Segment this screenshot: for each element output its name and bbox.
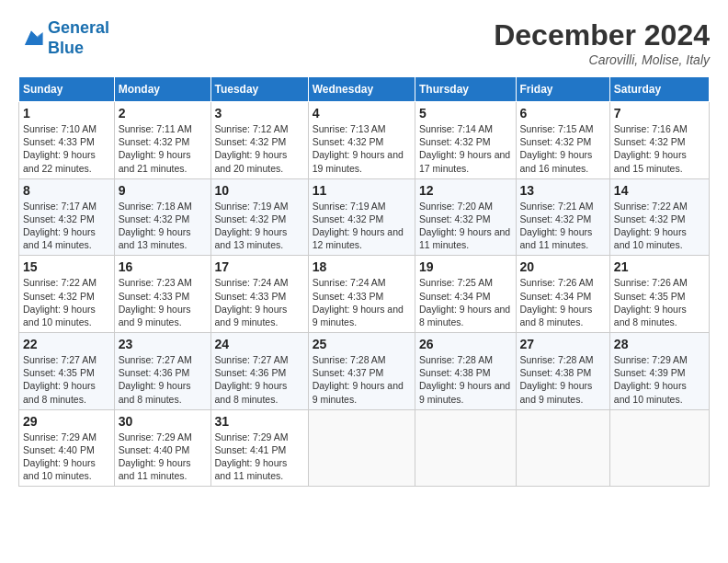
day-info: Sunrise: 7:12 AM Sunset: 4:32 PM Dayligh… bbox=[215, 122, 304, 175]
day-cell bbox=[308, 409, 415, 487]
day-number: 16 bbox=[119, 259, 207, 274]
day-info: Sunrise: 7:18 AM Sunset: 4:32 PM Dayligh… bbox=[119, 200, 207, 252]
day-number: 25 bbox=[313, 337, 411, 351]
day-number: 2 bbox=[119, 106, 207, 121]
day-info: Sunrise: 7:19 AM Sunset: 4:32 PM Dayligh… bbox=[313, 200, 411, 252]
day-cell: 2 Sunrise: 7:11 AM Sunset: 4:32 PM Dayli… bbox=[114, 102, 210, 179]
logo: General Blue bbox=[18, 18, 109, 58]
day-cell: 19 Sunrise: 7:25 AM Sunset: 4:34 PM Dayl… bbox=[415, 256, 516, 333]
day-cell: 17 Sunrise: 7:24 AM Sunset: 4:33 PM Dayl… bbox=[210, 256, 308, 333]
day-number: 5 bbox=[419, 106, 512, 121]
day-number: 26 bbox=[419, 337, 512, 351]
day-number: 23 bbox=[119, 337, 207, 351]
day-cell: 12 Sunrise: 7:20 AM Sunset: 4:32 PM Dayl… bbox=[415, 178, 516, 256]
day-number: 10 bbox=[215, 183, 304, 198]
day-cell: 27 Sunrise: 7:28 AM Sunset: 4:38 PM Dayl… bbox=[516, 333, 609, 410]
calendar-body: 1 Sunrise: 7:10 AM Sunset: 4:33 PM Dayli… bbox=[19, 102, 710, 487]
day-cell: 24 Sunrise: 7:27 AM Sunset: 4:36 PM Dayl… bbox=[210, 333, 308, 410]
day-number: 3 bbox=[215, 106, 304, 121]
day-info: Sunrise: 7:10 AM Sunset: 4:33 PM Dayligh… bbox=[23, 122, 110, 175]
day-info: Sunrise: 7:28 AM Sunset: 4:38 PM Dayligh… bbox=[520, 353, 606, 406]
header-row: SundayMondayTuesdayWednesdayThursdayFrid… bbox=[19, 77, 710, 102]
day-number: 15 bbox=[23, 259, 110, 274]
day-info: Sunrise: 7:15 AM Sunset: 4:32 PM Dayligh… bbox=[520, 122, 606, 175]
day-cell bbox=[609, 409, 709, 487]
day-number: 14 bbox=[614, 183, 705, 198]
day-cell bbox=[415, 409, 516, 487]
day-cell: 4 Sunrise: 7:13 AM Sunset: 4:32 PM Dayli… bbox=[308, 102, 415, 179]
day-number: 9 bbox=[119, 183, 207, 198]
day-cell: 20 Sunrise: 7:26 AM Sunset: 4:34 PM Dayl… bbox=[516, 256, 609, 333]
day-number: 20 bbox=[520, 259, 606, 274]
day-cell: 1 Sunrise: 7:10 AM Sunset: 4:33 PM Dayli… bbox=[19, 102, 115, 179]
day-number: 30 bbox=[119, 414, 207, 429]
week-row-3: 15 Sunrise: 7:22 AM Sunset: 4:32 PM Dayl… bbox=[19, 256, 710, 333]
day-cell: 10 Sunrise: 7:19 AM Sunset: 4:32 PM Dayl… bbox=[210, 178, 308, 256]
logo-line2: Blue bbox=[48, 39, 84, 57]
day-info: Sunrise: 7:19 AM Sunset: 4:32 PM Dayligh… bbox=[215, 200, 304, 252]
day-cell: 11 Sunrise: 7:19 AM Sunset: 4:32 PM Dayl… bbox=[308, 178, 415, 256]
logo-line1: General bbox=[48, 18, 109, 37]
day-info: Sunrise: 7:17 AM Sunset: 4:32 PM Dayligh… bbox=[23, 200, 110, 252]
day-number: 21 bbox=[614, 259, 705, 274]
location: Carovilli, Molise, Italy bbox=[494, 52, 710, 67]
day-info: Sunrise: 7:11 AM Sunset: 4:32 PM Dayligh… bbox=[119, 122, 207, 175]
day-info: Sunrise: 7:13 AM Sunset: 4:32 PM Dayligh… bbox=[313, 122, 411, 175]
day-cell: 23 Sunrise: 7:27 AM Sunset: 4:36 PM Dayl… bbox=[114, 333, 210, 410]
day-cell: 21 Sunrise: 7:26 AM Sunset: 4:35 PM Dayl… bbox=[609, 256, 709, 333]
day-cell: 16 Sunrise: 7:23 AM Sunset: 4:33 PM Dayl… bbox=[114, 256, 210, 333]
day-cell: 9 Sunrise: 7:18 AM Sunset: 4:32 PM Dayli… bbox=[114, 178, 210, 256]
logo-icon bbox=[18, 26, 44, 52]
day-info: Sunrise: 7:14 AM Sunset: 4:32 PM Dayligh… bbox=[419, 122, 512, 175]
header-cell-tuesday: Tuesday bbox=[210, 77, 308, 102]
day-info: Sunrise: 7:24 AM Sunset: 4:33 PM Dayligh… bbox=[215, 276, 304, 328]
week-row-5: 29 Sunrise: 7:29 AM Sunset: 4:40 PM Dayl… bbox=[19, 409, 710, 487]
day-info: Sunrise: 7:27 AM Sunset: 4:36 PM Dayligh… bbox=[215, 353, 304, 406]
day-info: Sunrise: 7:23 AM Sunset: 4:33 PM Dayligh… bbox=[119, 276, 207, 328]
day-cell: 3 Sunrise: 7:12 AM Sunset: 4:32 PM Dayli… bbox=[210, 102, 308, 179]
day-cell: 13 Sunrise: 7:21 AM Sunset: 4:32 PM Dayl… bbox=[516, 178, 609, 256]
week-row-4: 22 Sunrise: 7:27 AM Sunset: 4:35 PM Dayl… bbox=[19, 333, 710, 410]
day-cell: 18 Sunrise: 7:24 AM Sunset: 4:33 PM Dayl… bbox=[308, 256, 415, 333]
day-number: 22 bbox=[23, 337, 110, 351]
month-title: December 2024 bbox=[494, 18, 710, 52]
week-row-2: 8 Sunrise: 7:17 AM Sunset: 4:32 PM Dayli… bbox=[19, 178, 710, 256]
day-cell: 15 Sunrise: 7:22 AM Sunset: 4:32 PM Dayl… bbox=[19, 256, 115, 333]
day-number: 4 bbox=[313, 106, 411, 121]
title-area: December 2024 Carovilli, Molise, Italy bbox=[494, 18, 710, 67]
day-cell: 30 Sunrise: 7:29 AM Sunset: 4:40 PM Dayl… bbox=[114, 409, 210, 487]
logo-text: General Blue bbox=[48, 18, 109, 58]
day-cell: 14 Sunrise: 7:22 AM Sunset: 4:32 PM Dayl… bbox=[609, 178, 709, 256]
header-cell-wednesday: Wednesday bbox=[308, 77, 415, 102]
day-number: 12 bbox=[419, 183, 512, 198]
day-cell: 29 Sunrise: 7:29 AM Sunset: 4:40 PM Dayl… bbox=[19, 409, 115, 487]
day-cell: 5 Sunrise: 7:14 AM Sunset: 4:32 PM Dayli… bbox=[415, 102, 516, 179]
day-cell: 8 Sunrise: 7:17 AM Sunset: 4:32 PM Dayli… bbox=[19, 178, 115, 256]
day-number: 19 bbox=[419, 259, 512, 274]
header-cell-sunday: Sunday bbox=[19, 77, 115, 102]
day-info: Sunrise: 7:20 AM Sunset: 4:32 PM Dayligh… bbox=[419, 200, 512, 252]
calendar-header: SundayMondayTuesdayWednesdayThursdayFrid… bbox=[19, 77, 710, 102]
day-info: Sunrise: 7:29 AM Sunset: 4:40 PM Dayligh… bbox=[119, 431, 207, 483]
day-number: 11 bbox=[313, 183, 411, 198]
day-number: 7 bbox=[614, 106, 705, 121]
day-info: Sunrise: 7:24 AM Sunset: 4:33 PM Dayligh… bbox=[313, 276, 411, 328]
day-info: Sunrise: 7:22 AM Sunset: 4:32 PM Dayligh… bbox=[614, 200, 705, 252]
day-number: 28 bbox=[614, 337, 705, 351]
day-cell: 26 Sunrise: 7:28 AM Sunset: 4:38 PM Dayl… bbox=[415, 333, 516, 410]
header-cell-thursday: Thursday bbox=[415, 77, 516, 102]
day-info: Sunrise: 7:28 AM Sunset: 4:37 PM Dayligh… bbox=[313, 353, 411, 406]
day-number: 27 bbox=[520, 337, 606, 351]
day-info: Sunrise: 7:29 AM Sunset: 4:40 PM Dayligh… bbox=[23, 431, 110, 483]
day-info: Sunrise: 7:27 AM Sunset: 4:36 PM Dayligh… bbox=[119, 353, 207, 406]
day-info: Sunrise: 7:29 AM Sunset: 4:39 PM Dayligh… bbox=[614, 353, 705, 406]
day-info: Sunrise: 7:21 AM Sunset: 4:32 PM Dayligh… bbox=[520, 200, 606, 252]
day-number: 6 bbox=[520, 106, 606, 121]
day-info: Sunrise: 7:26 AM Sunset: 4:34 PM Dayligh… bbox=[520, 276, 606, 328]
day-info: Sunrise: 7:29 AM Sunset: 4:41 PM Dayligh… bbox=[215, 431, 304, 483]
day-info: Sunrise: 7:28 AM Sunset: 4:38 PM Dayligh… bbox=[419, 353, 512, 406]
day-number: 18 bbox=[313, 259, 411, 274]
header-cell-friday: Friday bbox=[516, 77, 609, 102]
header-cell-monday: Monday bbox=[114, 77, 210, 102]
calendar-table: SundayMondayTuesdayWednesdayThursdayFrid… bbox=[18, 76, 710, 487]
